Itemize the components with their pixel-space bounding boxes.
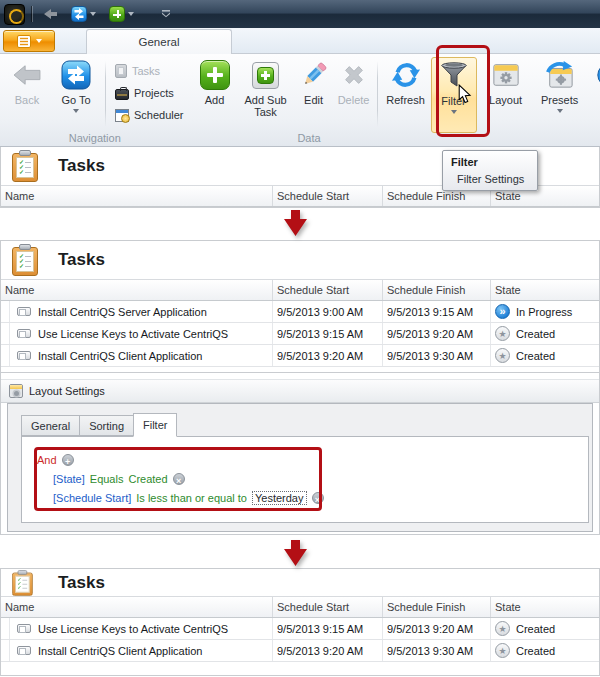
add-sub-task-icon: [252, 59, 279, 91]
state-created-icon: [495, 643, 510, 658]
chevron-down-icon: [36, 39, 42, 43]
task-icon: [17, 624, 31, 633]
tasks-clipboard-icon: ✓✓✓: [12, 150, 38, 182]
column-header-name[interactable]: Name: [1, 186, 273, 206]
column-header-schedule-start[interactable]: Schedule Start: [273, 186, 383, 206]
mouse-cursor-icon: [458, 84, 472, 104]
tab-general[interactable]: General: [86, 29, 232, 54]
back-button[interactable]: Back: [4, 57, 50, 106]
back-arrow-icon: [43, 8, 58, 20]
tooltip-title: Filter: [451, 156, 537, 168]
add-icon: [200, 59, 230, 91]
column-header-schedule-finish[interactable]: Schedule Finish: [383, 597, 491, 617]
group-label: Navigation: [0, 132, 190, 144]
presets-icon: [546, 59, 574, 91]
tasks-panel-before: ✓✓✓ Tasks Name Schedule Start Schedule F…: [0, 240, 600, 535]
chevron-down-icon: [128, 12, 134, 16]
qat-back-button[interactable]: [40, 6, 61, 22]
red-down-arrow: [282, 539, 309, 567]
task-icon: [17, 329, 31, 338]
task-icon: [17, 351, 31, 360]
layout-icon: [492, 59, 520, 91]
row-indent-gutter: [1, 323, 10, 344]
page-title: Tasks: [58, 156, 105, 176]
state-created-icon: [495, 326, 510, 341]
column-header-state[interactable]: State: [491, 597, 599, 617]
row-indent-gutter: [1, 301, 10, 322]
table-row[interactable]: Install CentriQS Client Application 9/5/…: [1, 640, 599, 662]
tasks-panel-after: ✓✓✓ Tasks Name Schedule Start Schedule F…: [0, 568, 600, 676]
clipped-button[interactable]: CP: [589, 57, 600, 118]
qat-add-button[interactable]: [106, 4, 137, 24]
divider: [377, 61, 378, 127]
state-created-icon: [495, 621, 510, 636]
table-row[interactable]: Install CentriQS Client Application 9/5/…: [1, 345, 599, 367]
layout-settings-header: Layout Settings: [1, 379, 599, 403]
tasks-icon: [115, 64, 127, 78]
task-icon: [17, 307, 31, 316]
app-menu-icon: [17, 35, 31, 48]
divider: [105, 61, 106, 127]
tab-general[interactable]: General: [21, 415, 79, 436]
annotation-filter-conditions-highlight: [34, 447, 322, 511]
refresh-button[interactable]: Refresh: [381, 57, 431, 106]
tasks-clipboard-icon: ✓✓✓: [12, 244, 38, 276]
divider: [32, 6, 33, 22]
edit-pencil-icon: [299, 59, 329, 91]
red-down-arrow: [282, 209, 309, 237]
table-row[interactable]: Install CentriQS Server Application 9/5/…: [1, 301, 599, 323]
qat-customize-button[interactable]: [158, 8, 174, 20]
table-row[interactable]: Use License Keys to Activate CentriQS 9/…: [1, 323, 599, 345]
goto-button[interactable]: Go To: [50, 57, 102, 113]
refresh-icon: [391, 59, 421, 91]
tasks-clipboard-icon: ✓✓✓: [12, 570, 33, 596]
tasks-button[interactable]: Tasks: [109, 61, 190, 81]
projects-icon: [115, 89, 129, 100]
ribbon-tab-strip: General: [0, 28, 600, 54]
filter-tooltip: Filter Filter Settings: [442, 150, 538, 191]
qat-goto-button[interactable]: [68, 4, 99, 24]
application-menu-button[interactable]: [3, 30, 55, 52]
projects-button[interactable]: Projects: [109, 83, 190, 103]
page-title: Tasks: [58, 573, 105, 593]
grid-column-headers: Name Schedule Start Schedule Finish Stat…: [1, 596, 599, 618]
add-sub-task-button[interactable]: Add Sub Task: [238, 57, 294, 118]
app-logo-icon: [4, 4, 25, 25]
row-indent-gutter: [1, 640, 10, 661]
qat-customize-icon: [161, 10, 171, 18]
add-icon: [109, 6, 125, 22]
clipped-button-icon: [595, 59, 600, 91]
back-arrow-icon: [11, 59, 43, 91]
ribbon-group-data: Add Add Sub Task Edit Delete: [190, 54, 429, 146]
goto-icon: [61, 59, 91, 91]
state-created-icon: [495, 348, 510, 363]
column-header-schedule-start[interactable]: Schedule Start: [273, 597, 383, 617]
table-row[interactable]: Use License Keys to Activate CentriQS 9/…: [1, 618, 599, 640]
delete-x-icon: [340, 59, 368, 91]
layout-settings-icon: [9, 384, 23, 398]
row-indent-gutter: [1, 345, 10, 366]
ribbon-group-navigation: Back Go To Tasks Projects: [0, 54, 190, 146]
tab-filter[interactable]: Filter: [133, 413, 177, 437]
column-header-name[interactable]: Name: [1, 280, 273, 300]
scheduler-button[interactable]: Scheduler: [109, 105, 190, 125]
column-header-schedule-finish[interactable]: Schedule Finish: [383, 280, 491, 300]
column-header-schedule-start[interactable]: Schedule Start: [273, 280, 383, 300]
chevron-down-icon: [73, 109, 79, 113]
grid-column-headers: Name Schedule Start Schedule Finish Stat…: [1, 279, 599, 301]
add-button[interactable]: Add: [192, 57, 238, 106]
tab-sorting[interactable]: Sorting: [79, 415, 133, 436]
chevron-down-icon: [557, 109, 563, 113]
chevron-down-icon: [90, 12, 96, 16]
group-label: Data: [190, 132, 429, 144]
column-header-state[interactable]: State: [491, 280, 599, 300]
presets-button[interactable]: Presets: [535, 57, 585, 113]
delete-button[interactable]: Delete: [334, 57, 374, 106]
divider: [1, 367, 599, 373]
task-icon: [17, 646, 31, 655]
ribbon: Back Go To Tasks Projects: [0, 54, 600, 147]
goto-icon: [71, 6, 87, 22]
column-header-name[interactable]: Name: [1, 597, 273, 617]
edit-button[interactable]: Edit: [294, 57, 334, 106]
state-in-progress-icon: [495, 304, 510, 319]
